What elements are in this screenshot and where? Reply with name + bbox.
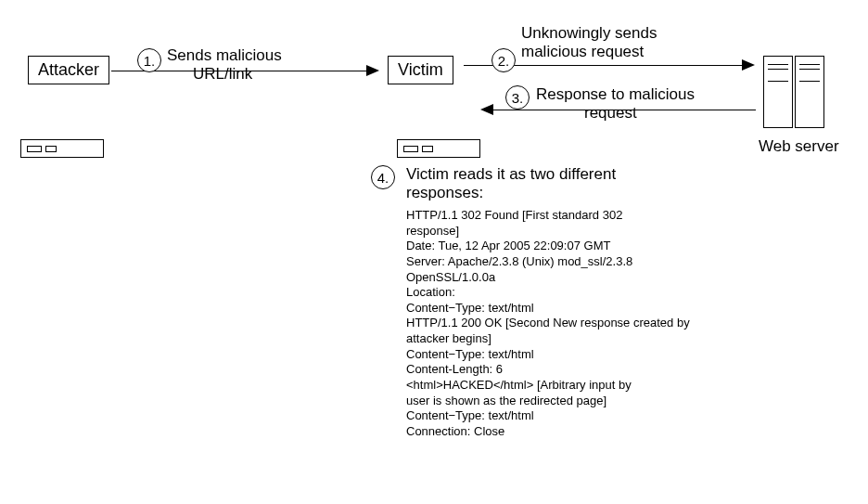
arrow-head-1 [366,65,379,76]
attacker-label: Attacker [28,56,109,84]
step-2-line1: Unknowingly sends [521,24,657,43]
response-line: Connection: Close [406,424,721,440]
step-1-line2: URL/link [193,65,282,84]
response-heading-2: responses: [406,184,721,202]
arrow-head-3 [480,104,493,115]
response-line: response] [406,224,721,239]
response-details: HTTP/1.1 302 Found [First standard 302re… [406,208,721,439]
web-server-icon [762,56,825,128]
response-line: Content−Type: text/html [406,347,721,363]
response-line: Date: Tue, 12 Apr 2005 22:09:07 GMT [406,239,721,254]
response-line: OpenSSL/1.0.0a [406,270,721,286]
step-3-circle: 3. [505,85,530,110]
response-line: user is shown as the redirected page] [406,394,721,409]
step-2-line2: malicious request [521,43,657,61]
step-3-line2: request [584,104,695,123]
victim-computer-icon [397,91,480,158]
response-block: Victim reads it as two different respons… [406,165,721,439]
arrow-head-2 [742,59,755,71]
step-4-circle: 4. [371,165,395,189]
step-2-circle: 2. [491,48,516,72]
response-line: attacker begins] [406,331,721,347]
response-line: Content-Length: 6 [406,362,721,378]
web-server-label: Web server [759,137,839,156]
response-line: Content−Type: text/html [406,301,721,317]
step-2-text: Unknowingly sends malicious request [521,24,657,60]
response-line: Server: Apache/2.3.8 (Unix) mod_ssl/2.3.… [406,254,721,270]
attacker-computer-icon [20,91,104,158]
step-1-line1: Sends malicious [167,46,282,65]
response-line: HTTP/1.1 302 Found [First standard 302 [406,208,721,224]
step-1-circle: 1. [137,48,161,72]
response-heading-1: Victim reads it as two different [406,165,721,184]
response-line: HTTP/1.1 200 OK [Second New response cre… [406,316,721,331]
response-line: Content−Type: text/html [406,408,721,424]
response-line: <html>HACKED</html> [Arbitrary input by [406,378,721,394]
step-3-text: Response to malicious request [536,85,695,122]
response-line: Location: [406,285,721,301]
step-3-line1: Response to malicious [536,85,695,104]
step-1-text: Sends malicious URL/link [167,46,282,83]
victim-label: Victim [388,56,453,84]
